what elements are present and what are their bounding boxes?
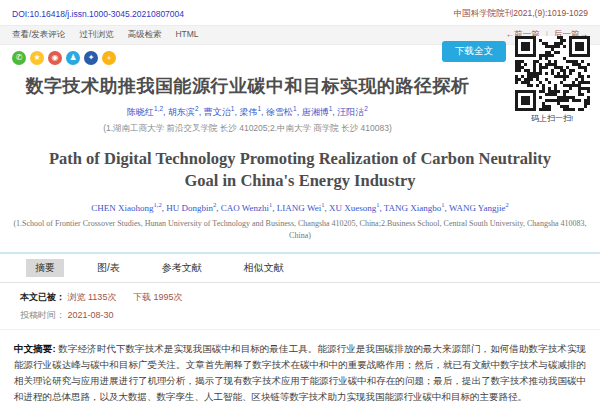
article-stats: 本文已被： 浏览 1135次 下载 1995次 投稿时间： 2021-08-30 — [0, 283, 600, 330]
nav-links: 查看/发表评论过刊浏览高级检索HTML — [12, 29, 199, 41]
wechat-share-icon[interactable]: ✆ — [12, 51, 26, 65]
submit-date-value: 2021-08-30 — [68, 310, 114, 320]
article-title-en: Path of Digital Technology Promoting Rea… — [48, 148, 553, 193]
nav-link-1[interactable]: 过刊浏览 — [79, 29, 113, 41]
author-link[interactable]: 汪阳洁2 — [337, 107, 368, 117]
author-link[interactable]: 陈晓红1,2 — [127, 107, 163, 117]
views-stat: 浏览 1135次 — [68, 292, 117, 302]
author-link[interactable]: 唐湘博1 — [302, 107, 333, 117]
downloads-stat: 下载 1995次 — [133, 292, 183, 302]
qr-caption: 码上扫一扫! — [512, 113, 592, 124]
toolbar-nav: 查看/发表评论过刊浏览高级检索HTML ←前一篇 | 后一篇→ — [0, 25, 600, 45]
weibo-share-icon[interactable]: ◉ — [48, 51, 62, 65]
author-link[interactable]: CHEN Xiaohong1,2 — [91, 203, 161, 213]
author-link[interactable]: 曹文治1 — [204, 107, 235, 117]
chinese-header-block: 数字技术助推我国能源行业碳中和目标实现的路径探析 陈晓红1,2, 胡东滨2, 曹… — [0, 74, 495, 135]
tab-similar[interactable]: 相似文献 — [235, 259, 293, 277]
tab-figures[interactable]: 图/表 — [88, 259, 129, 277]
stats-label: 本文已被： — [20, 292, 65, 302]
author-link[interactable]: XU Xuesong1 — [329, 203, 380, 213]
qr-code — [512, 36, 592, 111]
more-share-icon[interactable]: ＋ — [102, 51, 116, 65]
article-page: DOI:10.16418/j.issn.1000-3045.2021080700… — [0, 0, 600, 411]
author-link[interactable]: HU Dongbin2 — [166, 203, 216, 213]
author-link[interactable]: 胡东滨2 — [168, 107, 199, 117]
nav-link-0[interactable]: 查看/发表评论 — [12, 29, 65, 41]
qq-share-icon[interactable]: ♟ — [66, 51, 80, 65]
download-fulltext-button[interactable]: 下载全文 — [442, 41, 506, 62]
english-header-block: Path of Digital Technology Promoting Rea… — [0, 148, 600, 242]
share-icons-row: ✆★◉♟✦＋ — [0, 45, 600, 67]
tab-bar: 摘要图/表参考文献相似文献 — [0, 252, 600, 283]
abstract-label: 中文摘要: — [14, 343, 56, 354]
nav-link-3[interactable]: HTML — [175, 29, 198, 41]
article-title-zh: 数字技术助推我国能源行业碳中和目标实现的路径探析 — [0, 74, 495, 98]
qr-code-box: 码上扫一扫! — [512, 36, 592, 124]
submit-date-label: 投稿时间： — [20, 310, 65, 320]
nav-link-2[interactable]: 高级检索 — [127, 29, 161, 41]
authors-en: CHEN Xiaohong1,2, HU Dongbin2, CAO Wenzh… — [0, 201, 600, 213]
journal-citation: 中国科学院院刊2021,(9):1019-1029 — [454, 8, 588, 20]
doi-row: DOI:10.16418/j.issn.1000-3045.2021080700… — [0, 0, 600, 22]
submit-date-line: 投稿时间： 2021-08-30 — [20, 309, 600, 322]
doi-link[interactable]: DOI:10.16418/j.issn.1000-3045.2021080700… — [12, 9, 184, 19]
tab-abstract[interactable]: 摘要 — [26, 259, 64, 277]
author-link[interactable]: CAO Wenzhi1 — [221, 203, 273, 213]
abstract-text: 数字经济时代下数字技术是实现我国碳中和目标的最佳工具。能源行业是我国碳排放的最大… — [14, 343, 586, 402]
stats-line: 本文已被： 浏览 1135次 下载 1995次 — [20, 291, 600, 304]
affiliation-en: (1.School of Frontier Crossover Studies,… — [8, 218, 593, 242]
author-link[interactable]: 梁伟1 — [239, 107, 261, 117]
tab-references[interactable]: 参考文献 — [153, 259, 211, 277]
authors-zh: 陈晓红1,2, 胡东滨2, 曹文治1, 梁伟1, 徐雪松1, 唐湘博1, 汪阳洁… — [0, 105, 495, 119]
author-link[interactable]: TANG Xiangbo1 — [384, 203, 445, 213]
affiliation-zh: (1.湖南工商大学 前沿交叉学院 长沙 410205;2.中南大学 商学院 长沙… — [0, 123, 495, 135]
douban-share-icon[interactable]: ✦ — [84, 51, 98, 65]
author-link[interactable]: LIANG Wei1 — [277, 203, 325, 213]
qzone-share-icon[interactable]: ★ — [30, 51, 44, 65]
abstract-zh: 中文摘要: 数字经济时代下数字技术是实现我国碳中和目标的最佳工具。能源行业是我国… — [0, 330, 600, 406]
author-link[interactable]: 徐雪松1 — [266, 107, 297, 117]
author-link[interactable]: WANG Yangjie2 — [449, 203, 509, 213]
keywords-zh: 中文关键词: 数字技术碳中和能源行业路径 — [0, 405, 600, 411]
